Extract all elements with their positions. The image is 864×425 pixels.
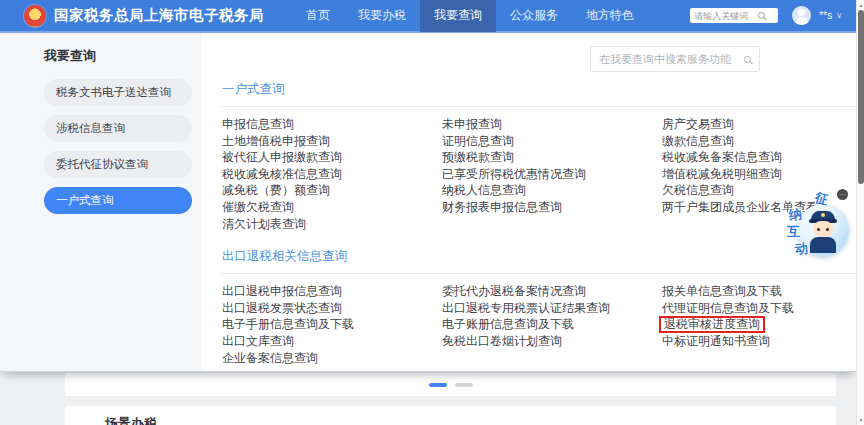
top-header: 国家税务总局上海市电子税务局 首页我要办税我要查询公众服务地方特色 **s ∨: [0, 0, 856, 33]
menu-link-label[interactable]: 申报信息查询: [222, 117, 294, 131]
scrollbar-thumb[interactable]: [858, 10, 864, 184]
menu-link-label[interactable]: 出口退税专用税票认证结果查询: [442, 301, 610, 315]
sidebar-item[interactable]: 涉税信息查询: [44, 115, 192, 142]
menu-link[interactable]: 报关单信息查询及下载: [662, 283, 864, 300]
menu-link[interactable]: 税收减免核准信息查询: [222, 166, 442, 183]
menu-link[interactable]: 税收减免备案信息查询: [662, 149, 864, 166]
search-icon[interactable]: [758, 12, 765, 19]
menu-link-label[interactable]: 电子账册信息查询及下载: [442, 317, 574, 331]
menu-link[interactable]: 电子账册信息查询及下载: [442, 316, 662, 333]
sidebar-item[interactable]: 委托代征协议查询: [44, 151, 192, 178]
menu-link-label[interactable]: 证明信息查询: [442, 134, 514, 148]
header-search-input[interactable]: [694, 11, 758, 21]
menu-link-label[interactable]: 出口退税申报信息查询: [222, 284, 342, 298]
assistant-label: 互: [787, 223, 800, 241]
carousel-dot[interactable]: [429, 383, 447, 387]
menu-link-label[interactable]: 企业备案信息查询: [222, 351, 318, 365]
menu-link[interactable]: 申报信息查询: [222, 116, 442, 133]
header-search[interactable]: [690, 8, 778, 23]
panel-search[interactable]: [590, 46, 760, 72]
menu-link[interactable]: 出口退税申报信息查询: [222, 283, 442, 300]
assistant-collapse-button[interactable]: ⋯: [837, 189, 848, 200]
chevron-down-icon[interactable]: ∨: [836, 11, 842, 20]
section-title: 一户式查询: [222, 81, 862, 107]
menu-link-label[interactable]: 税收减免核准信息查询: [222, 167, 342, 181]
menu-link-label[interactable]: 土地增值税申报查询: [222, 134, 330, 148]
menu-link-label[interactable]: 催缴欠税查询: [222, 200, 294, 214]
menu-link-label[interactable]: 税收减免备案信息查询: [662, 150, 782, 164]
menu-link-label[interactable]: 报关单信息查询及下载: [662, 284, 782, 298]
menu-link-label[interactable]: 委托代办退税备案情况查询: [442, 284, 586, 298]
menu-link[interactable]: 出口文库查询: [222, 333, 442, 350]
menu-link[interactable]: 免税出口卷烟计划查询: [442, 333, 662, 350]
menu-link[interactable]: 委托代办退税备案情况查询: [442, 283, 662, 300]
sidebar-item[interactable]: 一户式查询: [44, 187, 192, 214]
menu-link-label[interactable]: 减免税（费）额查询: [222, 183, 330, 197]
national-emblem-icon: [24, 5, 46, 27]
menu-link[interactable]: 代理证明信息查询及下载: [662, 300, 864, 317]
menu-link[interactable]: 已享受所得税优惠情况查询: [442, 166, 662, 183]
nav-item[interactable]: 我要查询: [420, 0, 496, 32]
menu-content: × 一户式查询申报信息查询土地增值税申报查询被代征人申报缴款查询税收减免核准信息…: [202, 33, 864, 371]
menu-link-label[interactable]: 缴款信息查询: [662, 134, 734, 148]
menu-link[interactable]: 被代征人申报缴款查询: [222, 149, 442, 166]
sidebar-item[interactable]: 税务文书电子送达查询: [44, 79, 192, 106]
scroll-down-icon[interactable]: ▼: [857, 417, 864, 423]
menu-link[interactable]: 催缴欠税查询: [222, 199, 442, 216]
menu-link[interactable]: 电子手册信息查询及下载: [222, 316, 442, 333]
menu-link[interactable]: 土地增值税申报查询: [222, 133, 442, 150]
menu-link[interactable]: 证明信息查询: [442, 133, 662, 150]
scroll-up-icon[interactable]: ▲: [857, 2, 864, 8]
menu-link[interactable]: 清欠计划表查询: [222, 216, 442, 233]
menu-link[interactable]: 未申报查询: [442, 116, 662, 133]
menu-link[interactable]: 房产交易查询: [662, 116, 864, 133]
menu-link-label[interactable]: 财务报表申报信息查询: [442, 200, 562, 214]
user-label[interactable]: **s: [819, 10, 832, 21]
menu-link-label[interactable]: 出口文库查询: [222, 334, 294, 348]
menu-link-label[interactable]: 免税出口卷烟计划查询: [442, 334, 562, 348]
menu-link[interactable]: 财务报表申报信息查询: [442, 199, 662, 216]
menu-link-label[interactable]: 被代征人申报缴款查询: [222, 150, 342, 164]
menu-link-label[interactable]: 出口退税发票状态查询: [222, 301, 342, 315]
sidebar-title: 我要查询: [44, 47, 202, 65]
menu-link[interactable]: 中标证明通知书查询: [662, 333, 864, 350]
carousel-dot[interactable]: [455, 383, 473, 387]
menu-link-label[interactable]: 欠税信息查询: [662, 183, 734, 197]
menu-link[interactable]: 企业备案信息查询: [222, 350, 442, 367]
menu-link-label[interactable]: 代理证明信息查询及下载: [662, 301, 794, 315]
menu-link[interactable]: 增值税减免税明细查询: [662, 166, 864, 183]
nav-item[interactable]: 首页: [292, 0, 344, 32]
sections: 一户式查询申报信息查询土地增值税申报查询被代征人申报缴款查询税收减免核准信息查询…: [202, 33, 864, 366]
menu-link-label[interactable]: 增值税减免税明细查询: [662, 167, 782, 181]
panel-search-input[interactable]: [599, 53, 744, 65]
menu-link[interactable]: 减免税（费）额查询: [222, 182, 442, 199]
menu-link[interactable]: 出口退税发票状态查询: [222, 300, 442, 317]
nav-item[interactable]: 我要办税: [344, 0, 420, 32]
menu-link-label[interactable]: 电子手册信息查询及下载: [222, 317, 354, 331]
menu-link[interactable]: 出口退税专用税票认证结果查询: [442, 300, 662, 317]
main-nav: 首页我要办税我要查询公众服务地方特色: [292, 0, 648, 32]
sidebar-items: 税务文书电子送达查询涉税信息查询委托代征协议查询一户式查询: [44, 79, 202, 214]
menu-link[interactable]: 纳税人信息查询: [442, 182, 662, 199]
nav-item[interactable]: 地方特色: [572, 0, 648, 32]
menu-sidebar: 我要查询 税务文书电子送达查询涉税信息查询委托代征协议查询一户式查询: [0, 33, 202, 371]
menu-link-label[interactable]: 预缴税款查询: [442, 150, 514, 164]
mega-menu-panel: 我要查询 税务文书电子送达查询涉税信息查询委托代征协议查询一户式查询 × 一户式…: [0, 33, 856, 372]
search-icon[interactable]: [744, 56, 751, 63]
menu-link-label[interactable]: 未申报查询: [442, 117, 502, 131]
menu-link-label[interactable]: 房产交易查询: [662, 117, 734, 131]
page-scrollbar[interactable]: ▲ ▼: [856, 0, 864, 425]
interaction-assistant-widget[interactable]: ⋯ 征纳互动: [785, 190, 851, 264]
menu-link-label[interactable]: 中标证明通知书查询: [662, 334, 770, 348]
section-column: 申报信息查询土地增值税申报查询被代征人申报缴款查询税收减免核准信息查询减免税（费…: [222, 116, 442, 232]
menu-link[interactable]: 退税审核进度查询: [662, 316, 864, 333]
menu-link-label[interactable]: 清欠计划表查询: [222, 217, 306, 231]
menu-link[interactable]: 预缴税款查询: [442, 149, 662, 166]
menu-link-label[interactable]: 已享受所得税优惠情况查询: [442, 167, 586, 181]
avatar[interactable]: [792, 6, 811, 25]
page-section-title: 场景办税: [105, 415, 836, 425]
highlighted-menu-link-label[interactable]: 退税审核进度查询: [659, 316, 765, 333]
nav-item[interactable]: 公众服务: [496, 0, 572, 32]
menu-link[interactable]: 缴款信息查询: [662, 133, 864, 150]
menu-link-label[interactable]: 纳税人信息查询: [442, 183, 526, 197]
